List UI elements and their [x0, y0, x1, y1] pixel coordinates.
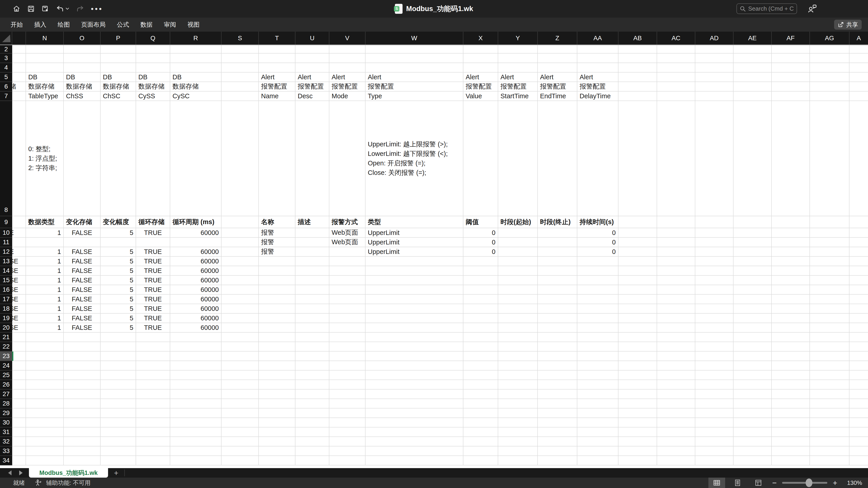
cell-AB22[interactable] [618, 342, 657, 352]
cell-M9[interactable] [12, 216, 26, 228]
column-header-Y[interactable]: Y [498, 32, 538, 44]
cell-AA15[interactable] [577, 275, 618, 285]
row-header-30[interactable]: 30 [0, 418, 12, 427]
cell-AD34[interactable] [695, 456, 734, 465]
cell-T17[interactable] [259, 295, 296, 304]
cell-P20[interactable]: 5 [101, 323, 136, 332]
cell-U26[interactable] [296, 380, 329, 390]
cell-U8[interactable] [296, 101, 329, 216]
cell-R29[interactable] [170, 409, 221, 418]
cell-O19[interactable]: FALSE [64, 314, 101, 323]
cell-Z29[interactable] [538, 409, 577, 418]
cell-N33[interactable] [26, 447, 64, 456]
cell-P5[interactable]: DB [101, 72, 136, 82]
cell-AH22[interactable] [849, 342, 868, 352]
cell-Q3[interactable] [136, 54, 170, 63]
cell-M20[interactable]: SE [12, 323, 26, 332]
cell-X2[interactable] [463, 45, 498, 54]
cell-U20[interactable] [296, 323, 329, 332]
cell-R7[interactable]: CySC [170, 92, 221, 101]
cell-N21[interactable] [26, 332, 64, 342]
cell-AF7[interactable] [772, 92, 810, 101]
cell-AG21[interactable] [810, 332, 849, 342]
column-header-N[interactable]: N [26, 32, 64, 44]
cell-V34[interactable] [329, 456, 366, 465]
cell-Y24[interactable] [498, 361, 538, 370]
cell-O30[interactable] [64, 418, 101, 427]
cell-R27[interactable] [170, 390, 221, 399]
row-header-21[interactable]: 21 [0, 332, 12, 342]
cell-X8[interactable] [463, 101, 498, 216]
column-header-O[interactable]: O [64, 32, 101, 44]
cell-P23[interactable] [101, 352, 136, 361]
cell-AG29[interactable] [810, 409, 849, 418]
cell-AA20[interactable] [577, 323, 618, 332]
cell-AG6[interactable] [810, 82, 849, 92]
cell-Q12[interactable]: TRUE [136, 247, 170, 257]
cell-AG19[interactable] [810, 314, 849, 323]
cell-P3[interactable] [101, 54, 136, 63]
cell-Y31[interactable] [498, 427, 538, 437]
cell-W17[interactable] [366, 295, 463, 304]
cell-W29[interactable] [366, 409, 463, 418]
cell-R33[interactable] [170, 447, 221, 456]
cell-R28[interactable] [170, 399, 221, 409]
cell-AG2[interactable] [810, 45, 849, 54]
cell-X12[interactable]: 0 [463, 247, 498, 257]
cell-AH6[interactable] [849, 82, 868, 92]
select-all-corner[interactable] [0, 32, 12, 44]
cell-R25[interactable] [170, 370, 221, 380]
cell-X13[interactable] [463, 257, 498, 266]
cell-AA32[interactable] [577, 437, 618, 447]
cell-AB13[interactable] [618, 257, 657, 266]
cell-N2[interactable] [26, 45, 64, 54]
cell-AD4[interactable] [695, 63, 734, 72]
cell-Y23[interactable] [498, 352, 538, 361]
cell-T34[interactable] [259, 456, 296, 465]
cell-N17[interactable]: 1 [26, 295, 64, 304]
cell-Y29[interactable] [498, 409, 538, 418]
cell-Q28[interactable] [136, 399, 170, 409]
cell-AH9[interactable] [849, 216, 868, 228]
cell-Y21[interactable] [498, 332, 538, 342]
cell-T28[interactable] [259, 399, 296, 409]
cell-Y28[interactable] [498, 399, 538, 409]
cell-S2[interactable] [221, 45, 259, 54]
zoom-slider[interactable] [782, 478, 827, 488]
cell-Y20[interactable] [498, 323, 538, 332]
cell-AH27[interactable] [849, 390, 868, 399]
cell-W19[interactable] [366, 314, 463, 323]
cell-W14[interactable] [366, 266, 463, 275]
cell-M10[interactable]: E [12, 228, 26, 238]
cell-M25[interactable] [12, 370, 26, 380]
zoom-in-button[interactable]: + [831, 479, 839, 487]
cell-U7[interactable]: Desc [296, 92, 329, 101]
column-header-Z[interactable]: Z [538, 32, 577, 44]
cell-X3[interactable] [463, 54, 498, 63]
cell-P4[interactable] [101, 63, 136, 72]
cell-AE10[interactable] [734, 228, 772, 238]
cell-Y12[interactable] [498, 247, 538, 257]
cell-U13[interactable] [296, 257, 329, 266]
cell-X29[interactable] [463, 409, 498, 418]
column-header-R[interactable]: R [170, 32, 221, 44]
cell-AE22[interactable] [734, 342, 772, 352]
row-header-12[interactable]: 12 [0, 247, 12, 257]
cell-N29[interactable] [26, 409, 64, 418]
cell-U3[interactable] [296, 54, 329, 63]
cell-Y30[interactable] [498, 418, 538, 427]
cell-X20[interactable] [463, 323, 498, 332]
cell-AD11[interactable] [695, 238, 734, 247]
cell-AC20[interactable] [657, 323, 695, 332]
cell-Q34[interactable] [136, 456, 170, 465]
cell-AC24[interactable] [657, 361, 695, 370]
cell-U32[interactable] [296, 437, 329, 447]
cell-R15[interactable]: 60000 [170, 275, 221, 285]
cell-O25[interactable] [64, 370, 101, 380]
cell-P6[interactable]: 数据存储 [101, 82, 136, 92]
cell-O21[interactable] [64, 332, 101, 342]
cell-Y9[interactable]: 时段(起始) [498, 216, 538, 228]
tab-page-layout[interactable]: 页面布局 [75, 18, 111, 32]
cell-O31[interactable] [64, 427, 101, 437]
cell-W30[interactable] [366, 418, 463, 427]
